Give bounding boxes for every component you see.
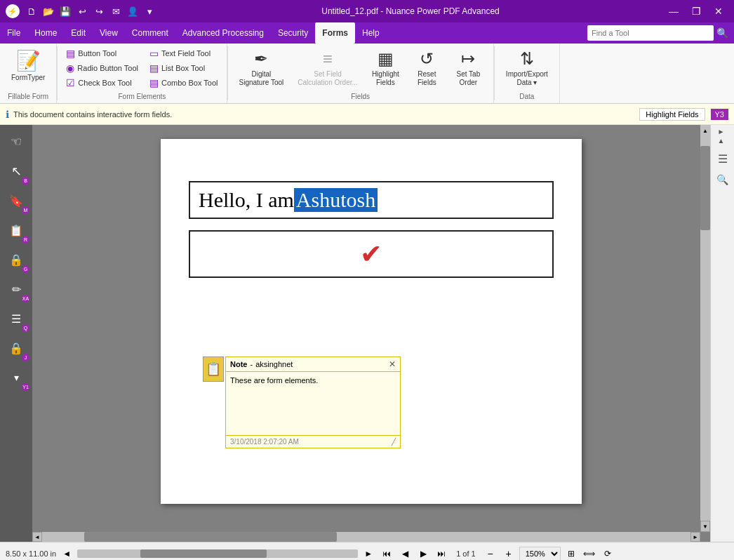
ribbon-group-data: ⇅ Import/ExportData ▾ Data — [495, 44, 560, 103]
document-scroll[interactable]: Hello, I am Ashutosh ✔ 📋 Note - a — [32, 125, 710, 542]
find-tool-input[interactable] — [587, 25, 714, 41]
sidebar-tool-pages[interactable]: 📋 R — [2, 216, 30, 244]
open-btn[interactable]: 📂 — [41, 4, 56, 19]
text-normal: Hello, I am — [199, 188, 294, 212]
window-controls: — ❐ ✕ — [664, 1, 728, 21]
sidebar-tool-security[interactable]: 🔒 G — [2, 246, 30, 274]
menu-file[interactable]: File — [0, 22, 27, 44]
set-field-label: Set FieldCalculation Order... — [298, 70, 358, 87]
digital-signature-icon: ✒ — [254, 49, 268, 69]
menu-comment[interactable]: Comment — [125, 22, 175, 44]
sidebar-tool-layers[interactable]: ☰ Q — [2, 305, 30, 333]
digital-signature-btn[interactable]: ✒ DigitalSignature Tool — [234, 46, 290, 90]
listbox-icon: ▤ — [149, 62, 159, 74]
main-area: ☜ ↖ B 🔖 M 📋 R 🔒 G ✏ XA ☰ Q — [0, 125, 734, 542]
button-tool-btn[interactable]: ▤ Button Tool — [63, 46, 141, 60]
sidebar-tool-bookmarks[interactable]: 🔖 M — [2, 187, 30, 215]
radio-button-tool-btn[interactable]: ◉ Radio Button Tool — [63, 61, 141, 75]
next-page-btn[interactable]: ▶ — [415, 546, 431, 561]
right-panel-up-btn[interactable]: ▲ — [718, 137, 728, 145]
fit-width-btn[interactable]: ⟺ — [582, 546, 597, 561]
note-close-btn[interactable]: ✕ — [389, 359, 396, 369]
vscroll-down-arrow[interactable]: ▼ — [700, 521, 710, 532]
reset-fields-btn[interactable]: ↺ ResetFields — [408, 46, 446, 90]
sidebar-tool-annotations[interactable]: ✏ XA — [2, 275, 30, 303]
zoom-out-btn[interactable]: − — [483, 546, 498, 561]
y3-badge: Y3 — [711, 109, 728, 120]
mail-btn[interactable]: ✉ — [108, 4, 124, 19]
zoom-select[interactable]: 50% 75% 100% 125% 150% 200% 400% — [519, 547, 561, 561]
reflow-btn[interactable]: ⟳ — [600, 546, 615, 561]
minimize-button[interactable]: — — [664, 1, 683, 21]
hscroll-left-arrow[interactable]: ◄ — [32, 532, 42, 542]
textfield-icon: ▭ — [149, 48, 159, 59]
note-corner-icon: ╱ — [392, 438, 396, 446]
app-icon: ⚡ — [6, 4, 20, 18]
checkbox-tool-btn[interactable]: ☑ Check Box Tool — [63, 76, 141, 90]
document-page: Hello, I am Ashutosh ✔ 📋 Note - a — [161, 139, 582, 504]
horizontal-scrollbar[interactable]: ◄ ► — [32, 532, 700, 542]
sidebar-tool-lock[interactable]: 🔒 J — [2, 334, 30, 362]
save-btn[interactable]: 💾 — [58, 4, 73, 19]
right-panel-expand-btn[interactable]: ► — [718, 128, 728, 135]
textfield-tool-btn[interactable]: ▭ Text Field Tool — [147, 46, 221, 60]
checkbox-tool-label: Check Box Tool — [78, 79, 131, 87]
vertical-scrollbar[interactable]: ▲ ▼ — [700, 125, 710, 532]
menu-advanced[interactable]: Advanced Processing — [175, 22, 271, 44]
combobox-tool-btn[interactable]: ▤ Combo Box Tool — [147, 76, 221, 90]
sidebar-tool-select[interactable]: ↖ B — [2, 157, 30, 185]
page-nav-right-btn[interactable]: ► — [361, 546, 376, 561]
redo-btn[interactable]: ↪ — [91, 4, 107, 19]
menu-home[interactable]: Home — [27, 22, 64, 44]
bottom-scroll-track[interactable] — [77, 549, 358, 558]
first-page-btn[interactable]: ⏮ — [379, 546, 394, 561]
user-btn[interactable]: 👤 — [125, 4, 140, 19]
sidebar-tool-hand[interactable]: ☜ — [2, 128, 30, 156]
dropdown-btn[interactable]: ▾ — [142, 4, 157, 19]
lock-icon: 🔒 — [9, 342, 23, 355]
right-tool-search[interactable]: 🔍 — [713, 170, 733, 189]
right-tool-layers[interactable]: ☰ — [713, 149, 733, 168]
set-tab-order-btn[interactable]: ↦ Set TabOrder — [449, 46, 488, 90]
listbox-tool-btn[interactable]: ▤ List Box Tool — [147, 61, 221, 75]
window-title: Untitled_12.pdf - Nuance Power PDF Advan… — [157, 6, 664, 16]
annotations-badge: XA — [22, 295, 29, 302]
menu-view[interactable]: View — [93, 22, 125, 44]
fit-page-btn[interactable]: ⊞ — [563, 546, 579, 561]
note-body: These are form elements. — [226, 372, 400, 435]
vscroll-thumb[interactable] — [700, 146, 710, 230]
formtyper-button[interactable]: 📝 FormTyper — [6, 46, 51, 84]
page-nav-left-btn[interactable]: ◄ — [59, 546, 74, 561]
highlight-fields-notif-btn[interactable]: Highlight Fields — [639, 108, 705, 121]
hscroll-right-arrow[interactable]: ► — [690, 532, 700, 542]
notif-message: This document contains interactive form … — [13, 110, 172, 119]
radio-tool-label: Radio Button Tool — [77, 64, 138, 72]
sidebar-tool-expand[interactable]: ▾ Y1 — [2, 364, 30, 392]
zoom-in-btn[interactable]: + — [501, 546, 516, 561]
menu-edit[interactable]: Edit — [64, 22, 93, 44]
lock-badge: J — [22, 354, 29, 361]
pages-badge: R — [22, 236, 29, 244]
last-page-btn[interactable]: ⏭ — [434, 546, 449, 561]
menu-security[interactable]: Security — [271, 22, 315, 44]
highlight-fields-btn[interactable]: ▦ HighlightFields — [366, 46, 405, 90]
set-tab-label: Set TabOrder — [456, 70, 480, 87]
hscroll-thumb[interactable] — [84, 532, 337, 542]
find-icon[interactable]: 🔍 — [716, 27, 728, 39]
new-btn[interactable]: 🗋 — [24, 4, 39, 19]
import-export-btn[interactable]: ⇅ Import/ExportData ▾ — [500, 46, 554, 90]
note-attachment-icon[interactable]: 📋 — [203, 356, 224, 382]
menu-forms[interactable]: Forms — [315, 22, 355, 44]
prev-page-btn[interactable]: ◀ — [397, 546, 413, 561]
hscroll-track[interactable] — [42, 532, 690, 542]
maximize-button[interactable]: ❐ — [686, 1, 706, 21]
undo-btn[interactable]: ↩ — [74, 4, 90, 19]
reset-fields-icon: ↺ — [420, 49, 434, 69]
note-popup: 📋 Note - aksinghnet ✕ These are form ele… — [203, 356, 401, 448]
close-button[interactable]: ✕ — [709, 1, 728, 21]
bottom-scroll-thumb[interactable] — [140, 549, 267, 558]
notif-icon: ℹ — [6, 109, 9, 120]
scroll-up-btn[interactable]: ▲ — [700, 125, 710, 136]
menu-help[interactable]: Help — [355, 22, 387, 44]
ribbon: 📝 FormTyper Fillable Form ▤ Button Tool … — [0, 44, 734, 104]
